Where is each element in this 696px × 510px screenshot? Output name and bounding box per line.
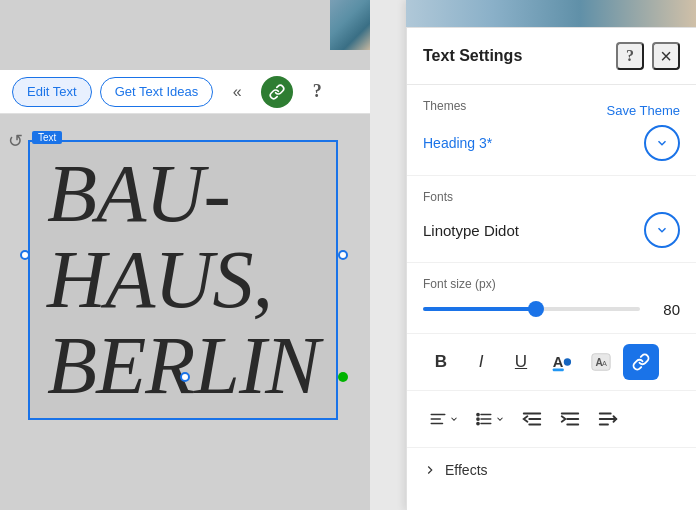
indent-decrease-button[interactable]: [515, 401, 549, 437]
link-icon-button[interactable]: [261, 76, 293, 108]
fonts-row: Linotype Didot: [423, 212, 680, 248]
svg-rect-1: [553, 368, 564, 371]
help-icon: ?: [626, 47, 634, 65]
get-ideas-button[interactable]: Get Text Ideas: [100, 77, 214, 107]
align-left-chevron-icon: [449, 414, 459, 424]
list-chevron-icon: [495, 414, 505, 424]
canvas-toolbar: Edit Text Get Text Ideas « ?: [0, 70, 370, 114]
indent-increase-icon: [559, 408, 581, 430]
underline-button[interactable]: U: [503, 344, 539, 380]
top-image: [330, 0, 370, 50]
chevron-down-icon: [655, 136, 669, 150]
font-name: Linotype Didot: [423, 222, 519, 239]
underline-icon: U: [515, 352, 527, 372]
bold-button[interactable]: B: [423, 344, 459, 380]
back-icon-button[interactable]: «: [221, 76, 253, 108]
back-icon: «: [233, 83, 242, 101]
slider-track: [423, 307, 640, 311]
effects-section[interactable]: Effects: [407, 448, 696, 492]
list-button[interactable]: [469, 401, 511, 437]
panel-header: Text Settings ? ×: [407, 28, 696, 85]
theme-value-row: Heading 3*: [423, 125, 680, 161]
panel-help-button[interactable]: ?: [616, 42, 644, 70]
align-left-icon: [429, 410, 447, 428]
link-format-button[interactable]: [623, 344, 659, 380]
text-direction-icon: [597, 408, 619, 430]
themes-label: Themes: [423, 99, 466, 113]
font-size-label: Font size (px): [423, 277, 680, 291]
undo-icon[interactable]: ↺: [8, 130, 23, 152]
text-style-button[interactable]: A A: [583, 344, 619, 380]
italic-button[interactable]: I: [463, 344, 499, 380]
indent-increase-button[interactable]: [553, 401, 587, 437]
panel-close-button[interactable]: ×: [652, 42, 680, 70]
link-icon: [269, 84, 285, 100]
bold-icon: B: [435, 352, 447, 372]
effects-chevron-icon: [423, 463, 437, 477]
align-left-button[interactable]: [423, 401, 465, 437]
format-toolbar: B I U A A A: [407, 334, 696, 391]
save-theme-link[interactable]: Save Theme: [607, 103, 680, 118]
theme-name: Heading 3*: [423, 135, 492, 151]
svg-point-13: [477, 418, 479, 420]
align-toolbar: [407, 391, 696, 448]
panel-top-image: [406, 0, 696, 28]
svg-text:A: A: [602, 359, 607, 368]
font-dropdown-button[interactable]: [644, 212, 680, 248]
svg-point-12: [477, 413, 479, 415]
italic-icon: I: [479, 352, 484, 372]
theme-dropdown-button[interactable]: [644, 125, 680, 161]
text-color-icon: A: [550, 351, 572, 373]
help-icon-button[interactable]: ?: [301, 76, 333, 108]
font-chevron-down-icon: [655, 223, 669, 237]
text-style-icon: A A: [590, 351, 612, 373]
text-settings-panel: Text Settings ? × Themes Save Theme Head…: [406, 0, 696, 510]
resize-handle-bottom[interactable]: [180, 372, 190, 382]
canvas-area: Edit Text Get Text Ideas « ? ↺ Text BAU-…: [0, 0, 370, 510]
slider-thumb: [528, 301, 544, 317]
panel-title: Text Settings: [423, 47, 522, 65]
slider-fill: [423, 307, 536, 311]
close-icon: ×: [660, 45, 672, 68]
edit-text-button[interactable]: Edit Text: [12, 77, 92, 107]
themes-row: Themes Save Theme: [423, 99, 680, 121]
list-icon: [475, 410, 493, 428]
effects-label: Effects: [445, 462, 488, 478]
resize-handle-left[interactable]: [20, 250, 30, 260]
font-size-section: Font size (px) 80: [407, 263, 696, 334]
svg-text:A: A: [553, 354, 564, 370]
link-format-icon: [632, 353, 650, 371]
svg-point-14: [477, 422, 479, 424]
question-icon: ?: [313, 81, 322, 102]
themes-section: Themes Save Theme Heading 3*: [407, 85, 696, 176]
fonts-label: Fonts: [423, 190, 680, 204]
fonts-section: Fonts Linotype Didot: [407, 176, 696, 263]
panel-header-icons: ? ×: [616, 42, 680, 70]
font-size-row: 80: [423, 299, 680, 319]
resize-handle-br[interactable]: [338, 372, 348, 382]
font-size-slider[interactable]: [423, 299, 640, 319]
text-badge: Text: [32, 131, 62, 144]
text-direction-button[interactable]: [591, 401, 625, 437]
font-size-value: 80: [652, 301, 680, 318]
resize-handle-right[interactable]: [338, 250, 348, 260]
indent-decrease-icon: [521, 408, 543, 430]
text-color-button[interactable]: A: [543, 344, 579, 380]
